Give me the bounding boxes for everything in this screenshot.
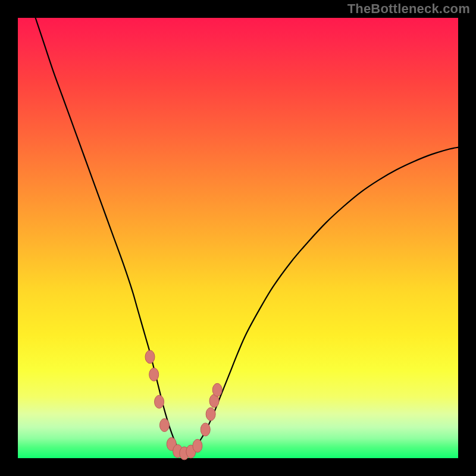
chart-frame: TheBottleneck.com: [0, 0, 476, 476]
chart-plot-area: [18, 18, 458, 458]
watermark-label: TheBottleneck.com: [347, 1, 470, 17]
curve-markers: [145, 350, 222, 460]
bottleneck-curve: [36, 18, 458, 454]
chart-svg: [18, 18, 458, 458]
curve-marker: [155, 395, 164, 408]
curve-marker: [159, 419, 169, 432]
curve-marker: [193, 439, 202, 452]
curve-marker: [149, 368, 159, 381]
curve-marker: [201, 423, 210, 436]
curve-marker: [212, 383, 222, 396]
curve-marker: [145, 350, 155, 364]
curve-marker: [206, 408, 215, 421]
